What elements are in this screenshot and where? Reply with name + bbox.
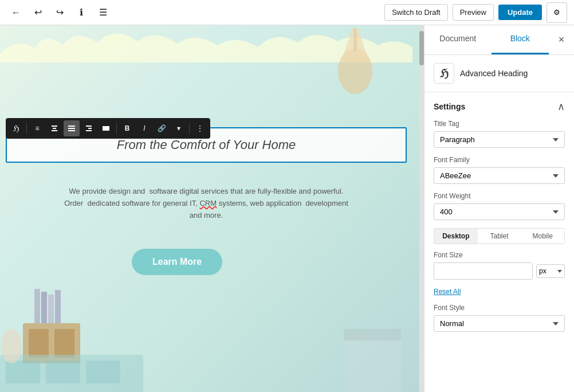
font-size-unit-select[interactable]: pxemrem%	[536, 264, 565, 278]
bold-icon: B	[125, 124, 130, 132]
info-button[interactable]: ℹ	[72, 3, 91, 22]
font-weight-label: Font Weight	[434, 192, 565, 200]
svg-rect-21	[6, 360, 40, 383]
undo-icon: ↩	[34, 7, 42, 18]
undo-button[interactable]: ↩	[29, 3, 47, 22]
toolbar-divider-3	[189, 123, 190, 134]
back-button[interactable]: ←	[7, 3, 25, 22]
font-size-input[interactable]	[434, 263, 533, 279]
collapse-settings-button[interactable]: ∧	[557, 100, 565, 113]
sidebar: Document Block × ℌ Advanced Heading Sett…	[424, 25, 574, 392]
tab-document[interactable]: Document	[429, 25, 487, 54]
font-family-group: Font Family ABeeZee ArialGeorgia	[434, 156, 565, 184]
align-full-button[interactable]	[98, 120, 114, 136]
font-size-group: Font Size ▲ ▼ pxemrem%	[434, 251, 565, 280]
more-options-button[interactable]: ▾	[171, 120, 187, 136]
info-icon: ℹ	[80, 7, 83, 18]
align-left-button[interactable]: ≡	[29, 120, 45, 136]
title-tag-select[interactable]: Paragraph H1H2H3	[434, 131, 565, 148]
align-left-icon: ≡	[35, 124, 39, 132]
lamp-decoration	[332, 25, 378, 94]
list-view-button[interactable]: ☰	[94, 3, 112, 22]
mobile-tab[interactable]: Mobile	[521, 229, 564, 244]
tab-block[interactable]: Block	[492, 25, 549, 54]
font-size-input-wrap: ▲ ▼	[434, 262, 533, 280]
svg-rect-8	[68, 130, 75, 131]
font-weight-select[interactable]: 100200300 400500600700	[434, 203, 565, 220]
scroll-thumb[interactable]	[419, 31, 424, 65]
list-icon: ☰	[99, 7, 107, 18]
settings-button[interactable]: ⚙	[547, 2, 567, 23]
redo-icon: ↪	[56, 7, 64, 18]
svg-rect-19	[54, 329, 74, 358]
svg-marker-2	[344, 28, 367, 54]
tablet-tab[interactable]: Tablet	[478, 229, 521, 244]
font-style-label: Font Style	[434, 304, 565, 312]
font-style-select[interactable]: Normal ItalicOblique	[434, 315, 565, 332]
svg-rect-6	[68, 126, 75, 127]
svg-rect-7	[68, 128, 75, 129]
settings-panel: Settings ∧ Title Tag Paragraph H1H2H3 Fo…	[424, 92, 574, 349]
align-center-icon	[50, 124, 58, 132]
scrollbar[interactable]	[419, 25, 424, 392]
block-type-icon: ℌ	[13, 124, 19, 134]
main-layout: ℌ ≡ B	[0, 25, 574, 392]
hero-background: ℌ ≡ B	[0, 25, 424, 392]
svg-rect-5	[52, 130, 57, 131]
bold-button[interactable]: B	[119, 120, 135, 136]
svg-rect-23	[86, 360, 120, 383]
italic-icon: I	[143, 124, 145, 132]
align-justify-button[interactable]	[64, 120, 80, 136]
gear-icon: ⚙	[553, 8, 560, 17]
update-button[interactable]: Update	[498, 5, 542, 20]
redo-button[interactable]: ↪	[50, 3, 69, 22]
block-options-button[interactable]: ⋮	[192, 120, 208, 136]
svg-point-0	[338, 48, 372, 94]
svg-rect-16	[55, 290, 61, 323]
title-tag-label: Title Tag	[434, 120, 565, 128]
font-size-row: ▲ ▼ pxemrem%	[434, 262, 565, 280]
align-right-icon	[85, 124, 93, 132]
font-weight-group: Font Weight 100200300 400500600700	[434, 192, 565, 220]
svg-rect-13	[34, 289, 40, 323]
svg-rect-4	[53, 128, 56, 129]
block-name-label: Advanced Heading	[460, 69, 528, 78]
toolbar-divider-2	[116, 123, 117, 134]
svg-rect-11	[86, 130, 92, 131]
block-type-button[interactable]: ℌ	[8, 120, 24, 136]
canvas-area: ℌ ≡ B	[0, 25, 424, 392]
responsive-tabs: Desktop Tablet Mobile	[434, 228, 565, 244]
preview-button[interactable]: Preview	[453, 4, 494, 21]
svg-rect-18	[29, 329, 49, 358]
svg-point-24	[1, 329, 22, 363]
block-icon: ℌ	[434, 63, 454, 84]
title-tag-group: Title Tag Paragraph H1H2H3	[434, 120, 565, 148]
toolbar-divider-1	[26, 123, 27, 134]
sidebar-header: Document Block ×	[424, 25, 574, 55]
chevron-down-icon: ▾	[177, 124, 180, 132]
align-right-button[interactable]	[81, 120, 97, 136]
italic-button[interactable]: I	[136, 120, 152, 136]
font-family-label: Font Family	[434, 156, 565, 164]
align-center-button[interactable]	[46, 120, 62, 136]
back-icon: ←	[11, 7, 21, 18]
align-justify-icon	[68, 124, 76, 132]
top-toolbar: ← ↩ ↪ ℹ ☰ Switch to Draft Preview Update…	[0, 0, 574, 25]
svg-rect-22	[46, 360, 80, 383]
desktop-tab[interactable]: Desktop	[434, 229, 478, 244]
close-sidebar-button[interactable]: ×	[553, 32, 569, 48]
link-button[interactable]: 🔗	[154, 120, 170, 136]
reset-all-button[interactable]: Reset All	[434, 288, 461, 296]
svg-rect-3	[52, 126, 57, 127]
settings-title: Settings	[434, 102, 465, 111]
svg-rect-12	[103, 126, 109, 131]
svg-rect-14	[41, 292, 47, 323]
heading-text: From the Comfort of Your Home	[117, 138, 296, 152]
switch-to-draft-button[interactable]: Switch to Draft	[384, 4, 448, 21]
svg-rect-15	[48, 295, 54, 323]
toolbar-left: ← ↩ ↪ ℹ ☰	[7, 3, 112, 22]
svg-rect-26	[344, 329, 401, 340]
font-family-select[interactable]: ABeeZee ArialGeorgia	[434, 167, 565, 184]
floating-toolbar: ℌ ≡ B	[6, 118, 210, 139]
font-size-label: Font Size	[434, 251, 565, 259]
